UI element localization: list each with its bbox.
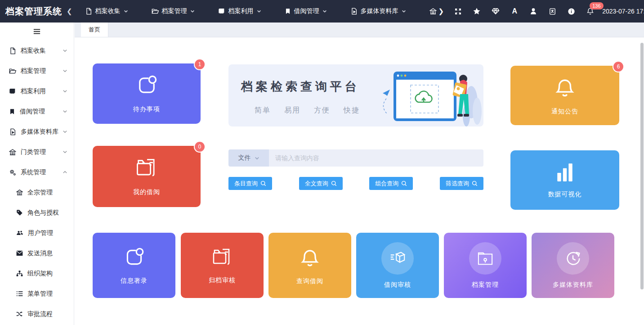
topnav-item-archive-use[interactable]: 档案利用 bbox=[218, 7, 261, 15]
shortcut-multimedia-library[interactable]: 多媒体资料库 bbox=[532, 233, 614, 298]
topnav-label: 档案利用 bbox=[228, 7, 254, 15]
list-icon bbox=[16, 291, 23, 297]
menu-toggle-icon[interactable] bbox=[0, 23, 74, 41]
todo-card[interactable]: 待办事项 1 bbox=[93, 63, 201, 124]
sidebar-subitem-roles-auth[interactable]: 角色与授权 bbox=[0, 203, 74, 223]
envelope-icon bbox=[16, 250, 23, 256]
button-label: 组合查询 bbox=[375, 180, 398, 188]
chevron-up-icon bbox=[63, 170, 67, 175]
topbar-actions: A 136 bbox=[454, 7, 594, 15]
topnav-item-category-partial[interactable]: ❯ bbox=[429, 7, 444, 15]
sidebar-item-label: 系统管理 bbox=[21, 168, 63, 176]
chevron-down-icon bbox=[63, 129, 67, 134]
top-navigation: 档案收集 档案管理 档案利用 借阅管理 多媒体资料库 bbox=[85, 7, 449, 15]
tab-home[interactable]: 首页 bbox=[81, 23, 108, 37]
sidebar-item-archive-manage[interactable]: 档案管理 bbox=[0, 61, 74, 81]
shortcut-archive-manage[interactable]: 档案管理 bbox=[444, 233, 527, 298]
expand-icon[interactable] bbox=[454, 7, 462, 15]
topnav-item-multimedia[interactable]: 多媒体资料库 bbox=[350, 7, 406, 15]
topnav-item-borrow-manage[interactable]: 借阅管理 bbox=[285, 7, 327, 15]
notice-badge: 6 bbox=[613, 62, 623, 72]
book-icon bbox=[9, 88, 16, 95]
bar-chart-icon bbox=[553, 162, 577, 184]
chevron-down-icon bbox=[255, 156, 259, 161]
sidebar-item-archive-collect[interactable]: 档案收集 bbox=[0, 41, 74, 61]
book-icon bbox=[218, 8, 225, 15]
bookmark-icon bbox=[285, 8, 291, 15]
notification-badge: 136 bbox=[590, 2, 603, 9]
font-size-icon[interactable]: A bbox=[510, 7, 519, 15]
sidebar-subitem-approval-flow[interactable]: 审批流程 bbox=[0, 304, 74, 324]
card-label: 多媒体资料库 bbox=[553, 281, 593, 289]
user-icon[interactable] bbox=[529, 7, 537, 15]
star-icon[interactable] bbox=[473, 7, 481, 15]
chevron-down-icon bbox=[63, 149, 67, 154]
sidebar-subitem-org-structure[interactable]: 组织架构 bbox=[0, 263, 74, 284]
data-viz-card[interactable]: 数据可视化 bbox=[510, 150, 619, 210]
tag-icon bbox=[16, 209, 23, 216]
chevron-down-icon bbox=[63, 48, 67, 53]
topnav-item-archive-collect[interactable]: 档案收集 bbox=[85, 7, 128, 15]
topnav-label: 借阅管理 bbox=[294, 7, 319, 15]
users-icon bbox=[16, 230, 23, 236]
sidebar-subitem-fonds-manage[interactable]: 全宗管理 bbox=[0, 182, 74, 203]
bell-outline-icon bbox=[553, 75, 577, 101]
sidebar-subitem-user-manage[interactable]: 用户管理 bbox=[0, 223, 74, 243]
vertical-scrollbar[interactable] bbox=[640, 43, 644, 289]
media-file-icon bbox=[9, 128, 16, 135]
tab-bar: 首页 bbox=[75, 23, 644, 37]
info-icon[interactable] bbox=[567, 7, 575, 15]
banner-title: 档案检索查询平台 bbox=[241, 79, 360, 95]
sidebar-item-label: 角色与授权 bbox=[27, 209, 67, 217]
sidebar-item-archive-use[interactable]: 档案利用 bbox=[0, 81, 74, 101]
my-borrow-card[interactable]: 我的借阅 0 bbox=[93, 146, 201, 207]
topnav-item-archive-manage[interactable]: 档案管理 bbox=[152, 7, 195, 15]
sidebar-item-category-manage[interactable]: 门类管理 bbox=[0, 142, 74, 162]
sidebar-item-system-manage[interactable]: 系统管理 bbox=[0, 162, 74, 182]
search-input[interactable] bbox=[269, 149, 483, 167]
card-label: 档案管理 bbox=[472, 281, 499, 289]
folder-open-icon bbox=[152, 8, 159, 15]
bell-icon[interactable]: 136 bbox=[586, 7, 594, 15]
search-icon bbox=[401, 181, 407, 186]
entry-query-button[interactable]: 条目查询 bbox=[228, 177, 272, 190]
sidebar-item-label: 全宗管理 bbox=[27, 189, 67, 197]
translate-icon[interactable] bbox=[548, 7, 556, 15]
nav-scroll-left-icon[interactable]: ❮ bbox=[67, 7, 72, 15]
gem-icon[interactable] bbox=[492, 7, 500, 15]
sidebar-subitem-menu-manage[interactable]: 菜单管理 bbox=[0, 284, 74, 304]
search-platform-banner: 档案检索查询平台 简单 易用 方便 快捷 bbox=[228, 64, 483, 126]
clipboard-icon bbox=[123, 246, 145, 271]
app-title: 档案管理系统 bbox=[0, 5, 67, 18]
main-area: 首页 待办事项 1 档案检索查询平台 简单 易用 方便 快捷 bbox=[75, 23, 644, 325]
bank-icon bbox=[429, 8, 437, 15]
search-icon bbox=[260, 181, 266, 186]
card-label: 归档审核 bbox=[209, 276, 236, 284]
sidebar-subitem-send-message[interactable]: 发送消息 bbox=[0, 243, 74, 263]
search-category-select[interactable]: 文件 bbox=[228, 149, 269, 167]
shortcut-query-borrow[interactable]: 查询借阅 bbox=[268, 233, 351, 298]
file-icon bbox=[9, 47, 16, 54]
folder-lock-icon bbox=[469, 242, 501, 275]
filter-query-button[interactable]: 筛选查询 bbox=[440, 177, 483, 190]
shortcut-borrow-review[interactable]: 借阅审核 bbox=[356, 233, 439, 298]
search-icon bbox=[331, 181, 337, 186]
combo-query-button[interactable]: 组合查询 bbox=[369, 177, 413, 190]
todo-badge: 1 bbox=[195, 59, 205, 69]
shortcut-info-entry[interactable]: 信息著录 bbox=[93, 233, 175, 298]
search-icon bbox=[472, 181, 478, 186]
banner-tags: 简单 易用 方便 快捷 bbox=[255, 106, 360, 115]
sidebar: 档案收集 档案管理 档案利用 借阅管理 多媒体资料库 门类管理 系统管理 全宗管… bbox=[0, 23, 74, 325]
nav-scroll-right-icon[interactable]: ❯ bbox=[438, 7, 444, 15]
cube-icon bbox=[381, 242, 414, 275]
sidebar-item-label: 菜单管理 bbox=[27, 290, 67, 298]
shortcut-archive-review[interactable]: 归档审核 bbox=[181, 233, 264, 298]
fulltext-query-button[interactable]: 全文查询 bbox=[299, 177, 343, 190]
notice-card[interactable]: 通知公告 6 bbox=[510, 66, 619, 125]
card-label: 我的借阅 bbox=[133, 188, 160, 196]
sidebar-item-borrow-manage[interactable]: 借阅管理 bbox=[0, 101, 74, 122]
sidebar-item-multimedia[interactable]: 多媒体资料库 bbox=[0, 122, 74, 142]
card-label: 信息著录 bbox=[121, 277, 148, 285]
card-label: 借阅审核 bbox=[384, 281, 411, 289]
sidebar-item-label: 组织架构 bbox=[27, 270, 67, 278]
